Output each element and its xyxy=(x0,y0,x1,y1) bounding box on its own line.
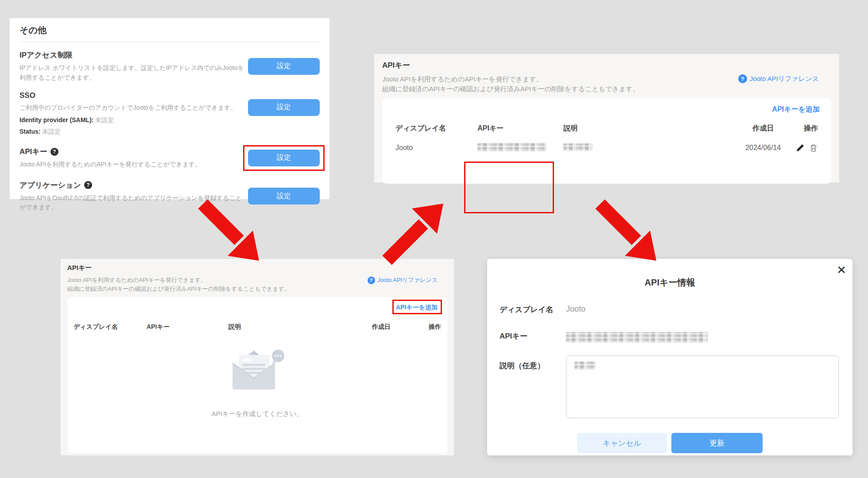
api-list-table-card: APIキーを追加 ディスプレイ名 APIキー 説明 作成日 操作 Jooto 2… xyxy=(382,98,831,184)
setting-row-ip-restriction: IPアクセス制限 IPアドレス ホワイトリストを設定します。設定したIPアドレス… xyxy=(19,50,320,82)
api-key-help-icon[interactable]: ? xyxy=(50,148,58,156)
api-list-table-header: ディスプレイ名 APIキー 説明 作成日 操作 xyxy=(382,124,831,133)
col-created-date: 作成日 xyxy=(735,124,792,133)
api-empty-table-card: APIキーを追加 ディスプレイ名 APIキー 説明 作成日 操作 xyxy=(67,297,447,453)
display-name-label: ディスプレイ名 xyxy=(500,305,566,315)
sso-identity-provider-value: 未設定 xyxy=(95,116,114,123)
api-key-field: APIキー xyxy=(487,331,852,343)
sso-identity-provider-line: Identity provider (SAML):未設定 xyxy=(19,116,248,124)
description-label: 説明（任意） xyxy=(500,359,566,371)
api-key-column-highlight xyxy=(464,162,554,213)
api-list-description-line2: 組織に登録済のAPIキーの確認および発行済みAPIキーの削除をすることもできます… xyxy=(382,84,831,94)
api-empty-table-header: ディスプレイ名 APIキー 説明 作成日 操作 xyxy=(67,323,447,331)
description-value-masked xyxy=(574,362,596,370)
settings-panel: その他 IPアクセス制限 IPアドレス ホワイトリストを設定します。設定したIP… xyxy=(10,18,329,199)
setting-row-application: アプリケーション ? Jooto APIをOauth2.0の認証で利用するための… xyxy=(19,180,320,212)
api-empty-description-line2: 組織に登録済のAPIキーの確認および発行済みAPIキーの削除をすることもできます… xyxy=(67,285,447,293)
arrow-down-right-3 xyxy=(592,198,661,264)
api-key-settings-button[interactable]: 設定 xyxy=(248,150,320,166)
row-created-date: 2024/06/14 xyxy=(735,144,792,152)
display-name-field: ディスプレイ名 Jooto xyxy=(487,305,852,315)
sso-heading: SSO xyxy=(19,91,248,100)
col-display-name: ディスプレイ名 xyxy=(395,124,477,133)
question-circle-icon: ? xyxy=(738,74,747,83)
update-button[interactable]: 更新 xyxy=(671,433,763,453)
sso-settings-button[interactable]: 設定 xyxy=(248,99,320,116)
empty-state: APIキーを作成してください。 xyxy=(67,348,447,418)
dots-speech-bubble-icon xyxy=(272,350,284,363)
cancel-button[interactable]: キャンセル xyxy=(577,433,667,453)
display-name-value: Jooto xyxy=(566,305,585,314)
description-field: 説明（任意） xyxy=(487,359,852,418)
description-textarea[interactable] xyxy=(566,355,839,418)
api-key-description: Jooto APIを利用するためのAPIキーを発行することができます。 xyxy=(19,160,248,170)
api-reference-link-empty[interactable]: ? Jooto APIリファレンス xyxy=(368,276,438,284)
question-circle-icon: ? xyxy=(368,277,375,284)
ip-restriction-settings-button[interactable]: 設定 xyxy=(248,58,320,75)
add-api-key-link[interactable]: APIキーを追加 xyxy=(772,105,820,114)
ip-restriction-heading: IPアクセス制限 xyxy=(19,50,248,60)
arrow-down-right-1 xyxy=(195,198,264,264)
col-description: 説明 xyxy=(563,124,734,133)
col-created-date: 作成日 xyxy=(372,323,421,331)
api-reference-link[interactable]: ? Jooto APIリファレンス xyxy=(738,74,819,83)
envelope-illustration xyxy=(229,348,286,396)
application-help-icon[interactable]: ? xyxy=(84,181,92,189)
modal-title: APIキー情報 xyxy=(487,277,852,289)
api-key-empty-panel: APIキー Jooto APIを利用するためのAPIキーを発行できます。 組織に… xyxy=(61,259,454,455)
delete-trash-icon[interactable] xyxy=(809,143,818,152)
arrow-up-right-2 xyxy=(379,200,448,266)
col-api-key: APIキー xyxy=(477,124,563,133)
setting-row-sso: SSO ご利用中のプロバイダーのアカウントでJootoをご利用することができます… xyxy=(19,91,320,136)
api-key-heading: APIキー xyxy=(19,146,47,157)
col-description: 説明 xyxy=(229,323,372,331)
row-description-masked xyxy=(563,143,593,151)
settings-panel-title: その他 xyxy=(19,24,320,42)
row-api-key-masked xyxy=(477,143,546,151)
col-display-name: ディスプレイ名 xyxy=(74,323,147,331)
sso-description: ご利用中のプロバイダーのアカウントでJootoをご利用することができます。 xyxy=(19,103,248,113)
add-api-key-link-empty[interactable]: APIキーを追加 xyxy=(396,304,438,312)
ip-restriction-description: IPアドレス ホワイトリストを設定します。設定したIPアドレス内でのみJooto… xyxy=(19,63,248,82)
api-list-title: APIキー xyxy=(382,60,831,70)
col-actions: 操作 xyxy=(423,323,441,331)
application-heading: アプリケーション xyxy=(19,180,81,190)
api-key-info-modal: ✕ APIキー情報 ディスプレイ名 Jooto APIキー 説明（任意） キャン… xyxy=(487,259,852,455)
empty-message: APIキーを作成してください。 xyxy=(67,410,447,418)
col-api-key: APIキー xyxy=(147,323,229,331)
sso-status-value: 未設定 xyxy=(42,128,61,135)
sso-status-line: Status:未設定 xyxy=(19,128,248,136)
api-key-label: APIキー xyxy=(500,331,566,341)
close-icon[interactable]: ✕ xyxy=(837,263,846,277)
col-actions: 操作 xyxy=(792,124,818,133)
row-display-name: Jooto xyxy=(395,144,477,152)
api-key-table-row: Jooto 2024/06/14 xyxy=(382,143,831,153)
edit-pencil-icon[interactable] xyxy=(796,143,805,152)
api-key-value-masked xyxy=(566,332,708,343)
setting-row-api-key: APIキー ? Jooto APIを利用するためのAPIキーを発行することができ… xyxy=(19,146,320,170)
api-key-list-panel: APIキー Jooto APIを利用するためのAPIキーを発行できます。 組織に… xyxy=(374,54,839,182)
